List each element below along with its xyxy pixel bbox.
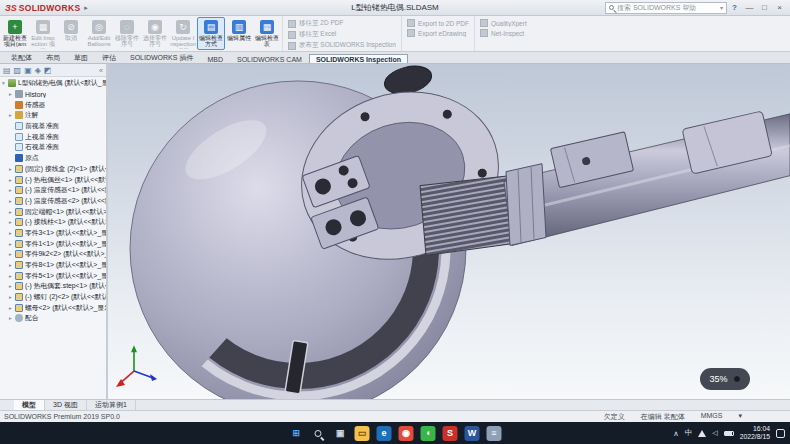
tab-inspection[interactable]: SOLIDWORKS Inspection <box>309 54 408 63</box>
part-icon <box>15 282 23 290</box>
edge-icon[interactable]: e <box>377 426 392 441</box>
task-view-icon[interactable]: ▣ <box>333 426 348 441</box>
motion-study-tab[interactable]: 运动算例1 <box>87 400 136 410</box>
tab-addins[interactable]: SOLIDWORKS 插件 <box>123 51 200 63</box>
clock-time: 16:04 <box>740 425 770 433</box>
edit-checklist-button[interactable]: ▦编辑检查表 <box>253 17 281 50</box>
close-button[interactable]: × <box>772 0 787 15</box>
minimize-button[interactable]: — <box>742 0 757 15</box>
maximize-button[interactable]: □ <box>757 0 772 15</box>
status-units-dropdown[interactable]: ▾ <box>738 412 742 422</box>
graphics-viewport[interactable]: 35% <box>108 64 790 399</box>
help-button[interactable]: ? <box>727 0 742 15</box>
tab-mbd[interactable]: MBD <box>200 54 230 63</box>
export-edrawing-menu-item[interactable]: Export eDrawing <box>407 29 469 37</box>
search-dropdown-arrow[interactable]: ▾ <box>720 4 723 11</box>
tree-item[interactable]: ▸注解 <box>0 110 106 121</box>
tree-item[interactable]: ▸零件3<1> (默认<<默认>_显示状态 1>) <box>0 228 106 239</box>
tree-item[interactable]: 原点 <box>0 153 106 164</box>
solidworks-icon[interactable]: S <box>443 426 458 441</box>
displaymanager-tab[interactable]: ◩ <box>44 66 52 75</box>
qualityxpert-menu-item[interactable]: QualityXpert <box>480 19 527 27</box>
tree-item[interactable]: ▸(-) 温度传感器<1> (默认<<默认>_显示… <box>0 185 106 196</box>
chrome-icon[interactable]: ◉ <box>399 426 414 441</box>
new-inspection-project-button[interactable]: +新建检查项目(amp;N) <box>1 17 29 50</box>
tab-sketch[interactable]: 草图 <box>67 51 95 63</box>
notepad-icon[interactable]: ≡ <box>487 426 502 441</box>
help-search-box[interactable]: 搜索 SOLIDWORKS 帮助 ▾ <box>605 2 727 14</box>
ribbon: +新建检查项目(amp;N)▦Edit Inspection 项目⊘取消◎Add… <box>0 16 790 52</box>
ribbon-button-label: 编辑属性 <box>227 35 251 49</box>
tree-item[interactable]: ▸(-) 温度传感器<2> (默认<<默认>_显… <box>0 196 106 207</box>
zoom-indicator[interactable]: 35% <box>700 368 750 390</box>
tab-layout[interactable]: 布局 <box>39 51 67 63</box>
edit-properties-button[interactable]: ▥编辑属性 <box>225 17 253 50</box>
publish-to-excel-menu-item[interactable]: 移往至 Excel <box>288 30 396 39</box>
hex-nut[interactable] <box>506 164 546 246</box>
publish-to-excel-icon <box>288 31 296 39</box>
part-icon <box>15 218 23 226</box>
menu-item-label: 发布至 SOLIDWORKS Inspection 项目 <box>299 41 396 50</box>
update-inspection-project-button[interactable]: ↻Update Inspection 项目 <box>169 17 197 50</box>
edit-inspection-method-button[interactable]: ▤编辑检查方式 <box>197 17 225 50</box>
notification-center-icon[interactable] <box>776 429 785 438</box>
taskbar-clock[interactable]: 16:04 2022/8/15 <box>740 425 770 441</box>
tree-item[interactable]: 传感器 <box>0 99 106 110</box>
remove-balloons-button[interactable]: ◌移除零件序号 <box>113 17 141 50</box>
tree-item[interactable]: ▸(-) 热电偶丝<1> (默认<<默认>_显示状… <box>0 174 106 185</box>
ribbon-menu-column: QualityXpertNet-Inspect <box>474 16 532 51</box>
propertymanager-tab[interactable]: ▨ <box>14 66 22 75</box>
tree-item-label: 螺母<2> (默认<<默认>_显示状态… <box>25 303 106 313</box>
tree-item[interactable]: ▸零件5<1> (默认<<默认>_显示状态… <box>0 270 106 281</box>
3d-views-tab[interactable]: 3D 视图 <box>45 400 87 410</box>
tree-item[interactable]: ▸(固定) 接线盒 (2)<1> (默认<<默认>_显示状… <box>0 164 106 175</box>
net-inspect-menu-item[interactable]: Net-Inspect <box>480 29 527 37</box>
tree-item[interactable]: 右视基准面 <box>0 142 106 153</box>
threaded-stud[interactable] <box>420 176 514 256</box>
tree-item[interactable]: ▸零件9k2<2> (默认<<默认>_显示状… <box>0 249 106 260</box>
tree-item[interactable]: ▸零件1<1> (默认<<默认>_显示状态… <box>0 238 106 249</box>
menu-flyout-arrow[interactable]: ▸ <box>84 4 88 12</box>
export-to-2d-pdf-menu-item[interactable]: Export to 2D PDF <box>407 19 469 27</box>
publish-to-inspection-project-icon <box>288 42 296 50</box>
publish-to-2d-pdf-menu-item[interactable]: 移往至 2D PDF <box>288 19 396 28</box>
model-3d-canvas[interactable] <box>108 64 790 399</box>
model-tab[interactable]: 模型 <box>14 400 45 410</box>
featuremanager-tree-tab[interactable]: ▤ <box>3 66 11 75</box>
start-icon[interactable]: ⊞ <box>289 426 304 441</box>
dimxpertmanager-tab[interactable]: ◈ <box>35 66 41 75</box>
edit-checklist-icon: ▦ <box>260 20 274 34</box>
tree-item[interactable]: ▸零件8<1> (默认<<默认>_显示状态… <box>0 260 106 271</box>
tree-item[interactable]: 前视基准面 <box>0 121 106 132</box>
select-balloons-icon: ◉ <box>148 20 162 34</box>
network-icon[interactable] <box>698 430 706 437</box>
wechat-icon[interactable]: ◖ <box>421 426 436 441</box>
search-icon[interactable] <box>311 426 326 441</box>
hidden-icons-chevron[interactable]: ∧ <box>673 429 679 438</box>
panel-collapse-arrow[interactable]: « <box>99 67 103 74</box>
add-edit-balloons-button[interactable]: ◎Add/Edit Balloons <box>85 17 113 50</box>
tree-item[interactable]: ▸(-) 螺钉 (2)<2> (默认<<默认>_显示… <box>0 292 106 303</box>
file-explorer-icon[interactable]: ▭ <box>355 426 370 441</box>
tab-evaluate[interactable]: 评估 <box>95 51 123 63</box>
word-icon[interactable]: W <box>465 426 480 441</box>
tree-item[interactable]: ▸(-) 热电偶套.step<1> (默认<<默认>… <box>0 281 106 292</box>
tree-item[interactable]: 上视基准面 <box>0 131 106 142</box>
tab-cam[interactable]: SOLIDWORKS CAM <box>230 54 309 63</box>
edit-inspection-project-button[interactable]: ▦Edit Inspection 项目 <box>29 17 57 50</box>
tree-item[interactable]: ▾L型铂铑热电偶 (默认<默认_显示状态-1>) <box>0 78 106 89</box>
volume-icon[interactable]: ◁ <box>712 429 717 437</box>
tree-item[interactable]: ▸History <box>0 89 106 100</box>
tree-item[interactable]: ▸配合 <box>0 313 106 324</box>
publish-to-inspection-project-menu-item[interactable]: 发布至 SOLIDWORKS Inspection 项目 <box>288 41 396 50</box>
tree-item[interactable]: ▸(-) 接线柱<1> (默认<<默认>_显示状态… <box>0 217 106 228</box>
select-balloons-button[interactable]: ◉选择零件序号 <box>141 17 169 50</box>
battery-icon[interactable] <box>724 431 734 436</box>
ime-indicator[interactable]: 中 <box>685 428 693 438</box>
tab-assembly[interactable]: 装配体 <box>4 51 39 63</box>
tree-item[interactable]: ▸螺母<2> (默认<<默认>_显示状态… <box>0 302 106 313</box>
configurationmanager-tab[interactable]: ▣ <box>24 66 32 75</box>
cancel-inspection-button[interactable]: ⊘取消 <box>57 17 85 50</box>
cancel-inspection-icon: ⊘ <box>64 20 78 34</box>
tree-item[interactable]: ▸固定端帽<1> (默认<<默认>_显示状态… <box>0 206 106 217</box>
